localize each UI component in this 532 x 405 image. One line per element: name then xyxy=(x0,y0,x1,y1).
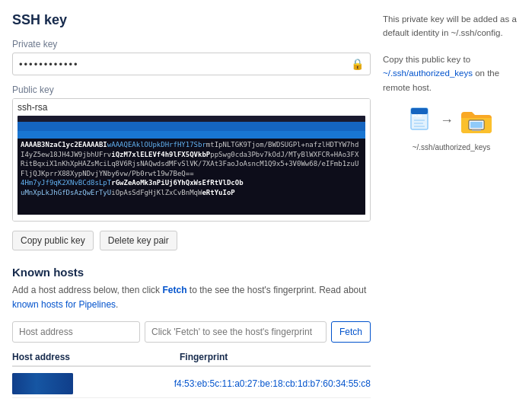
known-hosts-description: Add a host address below, then click Fet… xyxy=(12,283,371,312)
private-key-note-text: This private key will be added as a defa… xyxy=(383,14,517,37)
public-key-box: ssh-rsa AAAAB3NzaC1yc2EAAAABIwAAAQEAklOU… xyxy=(12,98,371,222)
col-fingerprint-header: Fingerprint xyxy=(180,352,371,362)
host-value xyxy=(12,373,174,394)
arrow-right-icon: → xyxy=(440,110,454,131)
page-title: SSH key xyxy=(12,12,371,28)
fingerprint-value: f4:53:eb:5c:11:a0:27:be:18:cb:1d:b7:60:3… xyxy=(174,378,371,389)
desc-end: . xyxy=(116,299,118,310)
host-thumb-inner xyxy=(12,373,73,394)
key-content: AAAAB3NzaC1yc2EAAAABIwAAAQEAklOUpkDHrfHY… xyxy=(13,114,370,221)
folder-icon xyxy=(460,107,493,135)
public-key-label: Public key xyxy=(12,85,371,95)
fingerprint-input[interactable] xyxy=(145,321,327,343)
blue-bar2 xyxy=(18,131,365,139)
authorized-keys-link[interactable]: ~/.ssh/authorized_keys xyxy=(383,69,473,78)
table-row: f4:53:eb:5c:11:a0:27:be:18:cb:1d:b7:60:3… xyxy=(12,370,371,398)
svg-rect-7 xyxy=(470,122,483,128)
ssh-rsa-prefix: ssh-rsa xyxy=(13,99,370,114)
fetch-keyword: Fetch xyxy=(162,285,186,295)
key-visual: AAAAB3NzaC1yc2EAAAABIwAAAQEAklOUpkDHrfHY… xyxy=(18,116,365,215)
auth-keys-label: ~/.ssh/authorized_keys xyxy=(413,142,491,153)
private-key-field: 🔒 xyxy=(12,53,371,75)
known-hosts-link[interactable]: known hosts for Pipelines xyxy=(12,299,116,310)
desc-middle: to the see the host's fingerprint. Read … xyxy=(186,285,366,295)
public-key-note: Copy this public key to ~/.ssh/authorize… xyxy=(383,53,520,94)
delete-key-pair-button[interactable]: Delete key pair xyxy=(100,231,177,250)
svg-rect-8 xyxy=(472,129,481,131)
public-key-scroll[interactable]: ssh-rsa AAAAB3NzaC1yc2EAAAABIwAAAQEAklOU… xyxy=(13,99,370,221)
fetch-row: Fetch xyxy=(12,321,371,343)
host-address-input[interactable] xyxy=(12,321,140,343)
lock-icon: 🔒 xyxy=(351,58,364,70)
public-key-section: Public key ssh-rsa AAAAB3NzaC1yc2EAAAABI… xyxy=(12,85,371,222)
svg-text:PUB: PUB xyxy=(413,113,422,118)
action-buttons: Copy public key Delete key pair xyxy=(12,231,371,250)
col-host-header: Host address xyxy=(12,352,180,362)
desc-start: Add a host address below, then click xyxy=(12,285,162,295)
private-key-input[interactable] xyxy=(19,59,351,70)
known-hosts-title: Known hosts xyxy=(12,266,371,279)
authorized-keys-diagram: PUB → ~/.ssh/authorized_keys xyxy=(383,107,520,153)
key-text: AAAAB3NzaC1yc2EAAAABIwAAAQEAklOUpkDHrfHY… xyxy=(18,139,365,215)
diagram-row: PUB → xyxy=(409,107,493,136)
private-key-note: This private key will be added as a defa… xyxy=(383,12,520,40)
table-header: Host address Fingerprint xyxy=(12,352,371,367)
pub-key-file-icon: PUB xyxy=(409,107,434,136)
pub-key-note-prefix: Copy this public key to xyxy=(383,55,470,64)
right-panel: This private key will be added as a defa… xyxy=(383,12,520,398)
copy-public-key-button[interactable]: Copy public key xyxy=(12,231,94,250)
host-thumbnail xyxy=(12,373,73,394)
private-key-label: Private key xyxy=(12,39,371,49)
fetch-button[interactable]: Fetch xyxy=(331,321,371,343)
